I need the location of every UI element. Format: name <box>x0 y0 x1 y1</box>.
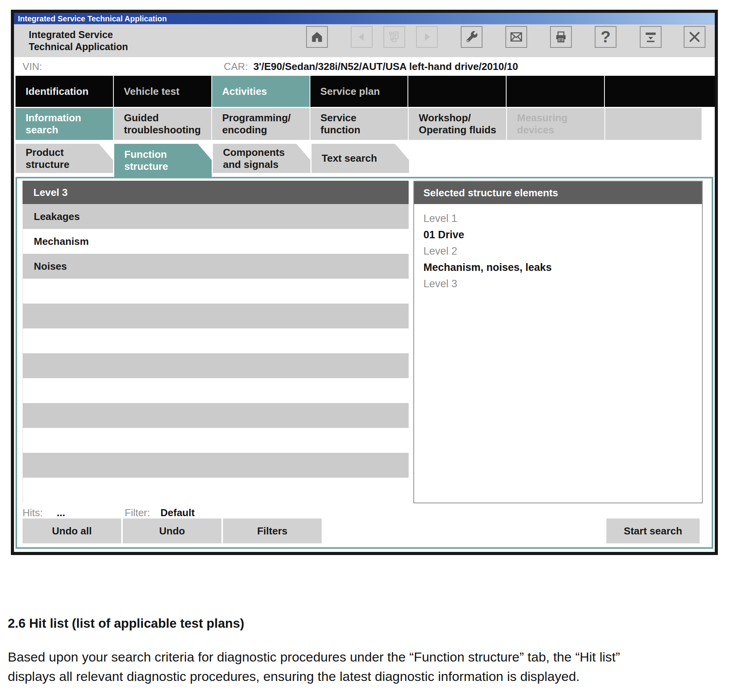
level-1-value: 01 Drive <box>423 227 702 243</box>
tab-function-structure[interactable]: Function structure <box>114 144 212 177</box>
messages-button[interactable] <box>505 26 527 48</box>
level-3-label: Level 3 <box>423 276 702 292</box>
subtab-programming-encoding[interactable]: Programming/ encoding <box>212 108 310 140</box>
help-icon: ? <box>601 29 611 45</box>
back-icon <box>356 31 367 43</box>
level-2-label: Level 2 <box>423 243 702 259</box>
filters-button[interactable]: Filters <box>223 518 322 543</box>
close-icon <box>688 30 702 44</box>
selected-structure-body: Level 1 01 Drive Level 2 Mechanism, nois… <box>414 204 702 308</box>
filter-value: Default <box>160 507 195 519</box>
app-name: Integrated Service Technical Application <box>29 29 128 53</box>
undo-button[interactable]: Undo <box>123 518 221 543</box>
list-item-mechanism[interactable]: Mechanism <box>23 229 409 254</box>
main-tab-empty <box>507 76 604 107</box>
start-search-button[interactable]: Start search <box>606 518 700 543</box>
main-tab-empty <box>408 76 506 107</box>
hits-label: Hits: <box>23 507 43 519</box>
window-titlebar: Integrated Service Technical Application <box>14 13 715 24</box>
level-3-list: Level 3 Leakages Mechanism Noises <box>23 181 409 503</box>
home-icon <box>310 30 324 44</box>
list-item-noises[interactable]: Noises <box>23 254 409 279</box>
forward-icon <box>421 31 433 43</box>
tab-service-plan[interactable]: Service plan <box>310 76 408 107</box>
display-window-button[interactable] <box>640 26 662 48</box>
hits-value: ... <box>57 507 65 519</box>
vin-label: VIN: <box>23 61 42 73</box>
car-info: CAR:3'/E90/Sedan/328i/N52/AUT/USA left-h… <box>224 61 518 73</box>
list-row-empty <box>23 453 409 478</box>
mail-icon <box>509 30 523 44</box>
tab-vehicle-test[interactable]: Vehicle test <box>114 76 211 107</box>
display-window-icon <box>644 30 658 44</box>
main-tab-empty <box>605 76 715 107</box>
sub-tab-empty <box>605 108 702 140</box>
app-name-line2: Technical Application <box>29 41 128 53</box>
undo-all-button[interactable]: Undo all <box>23 518 121 543</box>
tab-identification[interactable]: Identification <box>16 76 113 107</box>
tab-activities[interactable]: Activities <box>212 76 310 107</box>
list-row-empty <box>23 378 409 403</box>
subtab-information-search[interactable]: Information search <box>16 108 113 140</box>
doc-paragraph: Based upon your search criteria for diag… <box>8 647 625 686</box>
subtab-guided-troubleshooting[interactable]: Guided troubleshooting <box>114 108 211 140</box>
filter-label: Filter: <box>125 507 150 519</box>
list-row-empty <box>23 328 409 353</box>
tab-product-structure[interactable]: Product structure <box>16 144 113 173</box>
print-icon <box>554 30 568 44</box>
selected-structure-panel: Selected structure elements Level 1 01 D… <box>413 181 703 503</box>
help-button[interactable]: ? <box>595 26 616 48</box>
subtab-measuring-devices: Measuring devices <box>507 108 604 140</box>
level-2-value: Mechanism, noises, leaks <box>423 259 702 276</box>
ista-window: Integrated Service Technical Application… <box>11 10 718 555</box>
operations-list-icon <box>388 30 401 44</box>
app-header: Integrated Service Technical Application <box>14 24 715 57</box>
list-row-empty <box>23 478 409 503</box>
workshop-tools-button[interactable] <box>461 26 482 48</box>
level-3-header: Level 3 <box>23 181 409 204</box>
list-row-empty <box>23 428 409 453</box>
list-row-empty <box>23 403 409 428</box>
tab-text-search[interactable]: Text search <box>312 144 409 173</box>
close-button[interactable] <box>684 26 705 48</box>
list-row-empty <box>23 304 409 328</box>
document-text: 2.6 Hit list (list of applicable test pl… <box>8 616 748 686</box>
sub-tab-bar: Information search Guided troubleshootin… <box>14 108 715 140</box>
list-row-empty <box>23 353 409 378</box>
list-item-leakages[interactable]: Leakages <box>23 204 409 229</box>
level-1-label: Level 1 <box>423 210 702 227</box>
wrench-icon <box>465 30 479 44</box>
selected-structure-header: Selected structure elements <box>414 182 702 204</box>
home-button[interactable] <box>306 26 328 48</box>
doc-section-heading: 2.6 Hit list (list of applicable test pl… <box>8 616 748 631</box>
vehicle-info-bar: VIN: CAR:3'/E90/Sedan/328i/N52/AUT/USA l… <box>14 57 715 76</box>
subtab-workshop-operating-fluids[interactable]: Workshop/ Operating fluids <box>409 108 506 140</box>
list-row-empty <box>23 279 409 304</box>
car-value: 3'/E90/Sedan/328i/N52/AUT/USA left-hand … <box>253 61 518 72</box>
function-structure-panel: Level 3 Leakages Mechanism Noises Select… <box>16 177 713 549</box>
level-3-value <box>423 292 702 308</box>
tab-components-and-signals[interactable]: Components and signals <box>213 144 310 173</box>
app-name-line1: Integrated Service <box>29 29 128 41</box>
back-button[interactable] <box>351 26 373 48</box>
level-3-rows: Leakages Mechanism Noises <box>23 204 409 503</box>
print-button[interactable] <box>550 26 572 48</box>
operations-list-button[interactable] <box>383 26 405 48</box>
search-tab-bar: Product structure Function structure Com… <box>14 144 715 177</box>
subtab-service-function[interactable]: Service function <box>310 108 408 140</box>
forward-button[interactable] <box>416 26 438 48</box>
car-label: CAR: <box>224 61 248 72</box>
main-tab-bar: Identification Vehicle test Activities S… <box>14 76 715 107</box>
